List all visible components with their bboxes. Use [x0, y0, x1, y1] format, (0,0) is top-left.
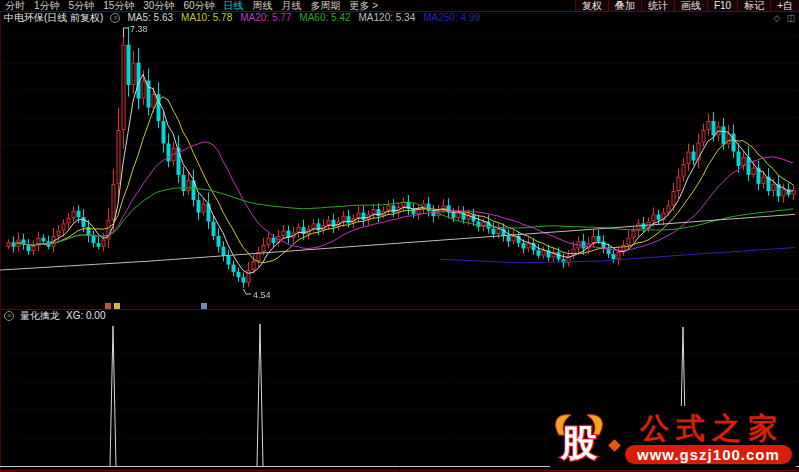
panel-divider	[0, 309, 799, 310]
window-layout-icons: ◇◫	[774, 14, 795, 23]
period-tab-1分钟[interactable]: 1分钟	[34, 0, 60, 11]
ma-value-label: MA120: 5.34	[359, 12, 416, 24]
toolbar-right-buttons: 复权叠加统计画线F10标记+自	[575, 0, 799, 11]
bottom-border	[0, 470, 799, 471]
period-tab-周线[interactable]: 周线	[253, 0, 273, 11]
sub-indicator-value: XG: 0.00	[66, 310, 105, 322]
logo-url: www.gszj100.com	[625, 445, 792, 464]
toolbar-button-F10[interactable]: F10	[707, 0, 737, 11]
toolbar-button-叠加[interactable]: 叠加	[608, 0, 641, 11]
toolbar-button-标记[interactable]: 标记	[737, 0, 770, 11]
indicator-menu-icon[interactable]: ≡	[110, 13, 120, 23]
logo-brand-text: 公式之家	[633, 413, 784, 443]
period-tab-月线[interactable]: 月线	[282, 0, 302, 11]
window-icon-0[interactable]: ◇	[774, 14, 781, 23]
toolbar-button-复权[interactable]: 复权	[575, 0, 608, 11]
top-toolbar: 分时1分钟5分钟15分钟30分钟60分钟日线周线月线多周期更多 > 复权叠加统计…	[0, 0, 799, 11]
ma-legend: MA5: 5.63MA10: 5.78MA20: 5.77MA60: 5.42M…	[127, 12, 480, 24]
toolbar-button-统计[interactable]: 统计	[641, 0, 674, 11]
period-tab-30分钟[interactable]: 30分钟	[143, 0, 174, 11]
sub-indicator-name: 量化擒龙	[20, 310, 60, 322]
ma-value-label: MA5: 5.63	[127, 12, 173, 24]
emblem-char: 股	[560, 422, 597, 463]
period-tab-多周期[interactable]: 多周期	[311, 0, 341, 11]
bull-stock-emblem-icon: 股	[550, 408, 608, 468]
ma-value-label: MA250: 4.99	[423, 12, 480, 24]
stock-title: 中电环保(日线 前复权)	[4, 12, 103, 24]
diamond-icon	[608, 439, 621, 452]
toolbar-button-+自[interactable]: +自	[770, 0, 799, 11]
toolbar-button-画线[interactable]: 画线	[674, 0, 707, 11]
period-tabs: 分时1分钟5分钟15分钟30分钟60分钟日线周线月线多周期更多 >	[0, 0, 378, 11]
ma-value-label: MA60: 5.42	[299, 12, 350, 24]
sub-indicator-menu-icon[interactable]: ≡	[4, 311, 14, 321]
period-tab-分时[interactable]: 分时	[5, 0, 25, 11]
period-tab-更多 >[interactable]: 更多 >	[350, 0, 379, 11]
period-tab-60分钟[interactable]: 60分钟	[183, 0, 214, 11]
period-tab-15分钟[interactable]: 15分钟	[103, 0, 134, 11]
chart-header: 中电环保(日线 前复权) ≡ MA5: 5.63MA10: 5.78MA20: …	[0, 12, 799, 24]
sub-indicator-header: ≡ 量化擒龙 XG: 0.00	[0, 310, 105, 322]
ma-value-label: MA10: 5.78	[181, 12, 232, 24]
window-icon-1[interactable]: ◫	[786, 14, 795, 23]
candlestick-chart-canvas[interactable]	[0, 24, 799, 309]
period-tab-5分钟[interactable]: 5分钟	[69, 0, 95, 11]
watermark-logo: 股 公式之家 www.gszj100.com	[550, 406, 796, 470]
ma-value-label: MA20: 5.77	[240, 12, 291, 24]
period-tab-日线[interactable]: 日线	[224, 0, 244, 11]
